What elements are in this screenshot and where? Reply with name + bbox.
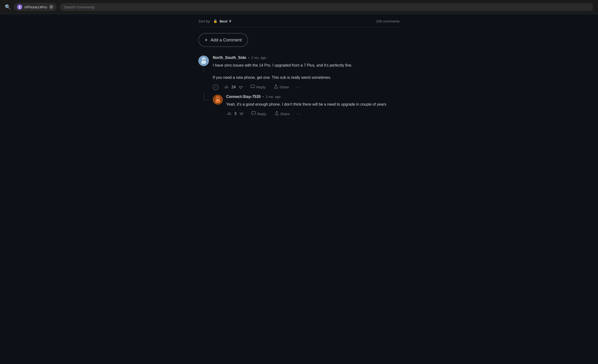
reply-actions: 3 bbox=[226, 110, 400, 117]
sort-dropdown[interactable]: Best ∨ bbox=[220, 19, 232, 23]
svg-rect-10 bbox=[251, 85, 255, 88]
reply-ellipsis-icon: ··· bbox=[296, 111, 301, 116]
search-icon-button[interactable]: 🔍 bbox=[5, 4, 11, 10]
svg-point-9 bbox=[204, 59, 205, 60]
vote-group: 24 bbox=[223, 84, 244, 90]
reply-vote-group: 3 bbox=[226, 111, 245, 117]
reply-meta: Connect-Stay-7535 • 2 mo. ago bbox=[226, 95, 400, 99]
tab-avatar bbox=[17, 4, 22, 10]
comment-text: I have zero issues with the 14 Pro. I up… bbox=[213, 62, 400, 81]
reply-share-button[interactable]: Share bbox=[273, 110, 291, 117]
chevron-down-icon: ∨ bbox=[229, 19, 232, 23]
minus-icon: − bbox=[215, 85, 216, 89]
comment-body: North_South_Side • 2 mo. ago I have zero… bbox=[213, 56, 400, 91]
reply-reply-button[interactable]: Reply bbox=[249, 110, 268, 117]
share-button[interactable]: Share bbox=[272, 84, 291, 91]
upvote-button[interactable] bbox=[223, 84, 230, 90]
thread-curve bbox=[204, 93, 209, 100]
reply-icon bbox=[251, 85, 255, 89]
vote-count: 24 bbox=[232, 85, 236, 89]
reply-share-label: Share bbox=[280, 112, 290, 116]
comment-thread: North_South_Side • 2 mo. ago I have zero… bbox=[198, 56, 400, 117]
comment-author: North_South_Side bbox=[213, 56, 246, 60]
add-comment-label: Add a Comment bbox=[211, 38, 242, 43]
reply-text: Yeah, it's a good enough phone. I don't … bbox=[226, 101, 400, 107]
downvote-button[interactable] bbox=[238, 84, 244, 90]
reply-indent bbox=[198, 95, 213, 118]
reply-time: 2 mo. ago bbox=[266, 95, 281, 99]
comment-dot: • bbox=[248, 56, 249, 60]
tab-close-button[interactable]: × bbox=[49, 5, 53, 9]
reply-avatar bbox=[213, 95, 223, 105]
comment-time: 2 mo. ago bbox=[251, 56, 266, 60]
reply-downvote-button[interactable] bbox=[238, 111, 245, 117]
reply-section: Connect-Stay-7535 • 2 mo. ago Yeah, it's… bbox=[198, 95, 400, 118]
reply-more-options-button[interactable]: ··· bbox=[296, 111, 301, 116]
svg-point-7 bbox=[201, 61, 206, 64]
table-row: North_South_Side • 2 mo. ago I have zero… bbox=[198, 56, 400, 91]
reply-vote-count: 3 bbox=[234, 112, 236, 116]
svg-rect-19 bbox=[252, 112, 255, 114]
ellipsis-icon: ··· bbox=[296, 85, 301, 89]
left-column bbox=[198, 56, 209, 72]
svg-point-18 bbox=[217, 99, 219, 100]
reply-reply-icon bbox=[251, 111, 256, 116]
collapse-button[interactable]: − bbox=[213, 84, 218, 90]
thread-line bbox=[203, 67, 204, 72]
sort-lock-icon: 🔒 bbox=[213, 19, 217, 23]
more-options-button[interactable]: ··· bbox=[296, 85, 301, 89]
sort-bar: Sort by: 🔒 Best ∨ 105 comments bbox=[198, 19, 400, 27]
tab-label: r/iPhone14Pro bbox=[24, 5, 47, 9]
add-comment-button[interactable]: + Add a Comment bbox=[198, 33, 248, 47]
sort-by-label: Sort by: bbox=[198, 19, 211, 23]
reply-label: Reply bbox=[256, 85, 266, 89]
sort-left: Sort by: 🔒 Best ∨ bbox=[198, 19, 232, 23]
comment-meta: North_South_Side • 2 mo. ago bbox=[213, 56, 400, 60]
svg-point-1 bbox=[19, 6, 20, 7]
reply-author: Connect-Stay-7535 bbox=[226, 95, 261, 99]
share-label: Share bbox=[279, 85, 289, 89]
sort-value: Best bbox=[220, 19, 228, 23]
reply-dot: • bbox=[263, 95, 264, 99]
reply-share-icon bbox=[275, 111, 279, 116]
top-bar: 🔍 r/iPhone14Pro × Search Community bbox=[0, 0, 598, 14]
search-bar[interactable]: Search Community bbox=[60, 3, 593, 11]
svg-point-17 bbox=[218, 98, 219, 99]
tab-pill[interactable]: r/iPhone14Pro × bbox=[14, 3, 57, 11]
reply-content: Connect-Stay-7535 • 2 mo. ago Yeah, it's… bbox=[213, 95, 400, 118]
reply-reply-label: Reply bbox=[257, 112, 266, 116]
share-icon bbox=[274, 85, 278, 90]
reply-body: Connect-Stay-7535 • 2 mo. ago Yeah, it's… bbox=[226, 95, 400, 118]
svg-point-8 bbox=[203, 59, 203, 60]
reply-upvote-button[interactable] bbox=[226, 111, 233, 117]
search-placeholder: Search Community bbox=[64, 5, 95, 9]
avatar bbox=[198, 56, 209, 66]
comment-actions: − 24 bbox=[213, 84, 400, 91]
main-content: Sort by: 🔒 Best ∨ 105 comments + Add a C… bbox=[191, 14, 407, 122]
plus-icon: + bbox=[205, 37, 208, 43]
reply-button[interactable]: Reply bbox=[249, 84, 267, 90]
comments-count: 105 comments bbox=[376, 19, 400, 23]
svg-point-2 bbox=[18, 8, 21, 9]
svg-point-16 bbox=[216, 98, 217, 99]
